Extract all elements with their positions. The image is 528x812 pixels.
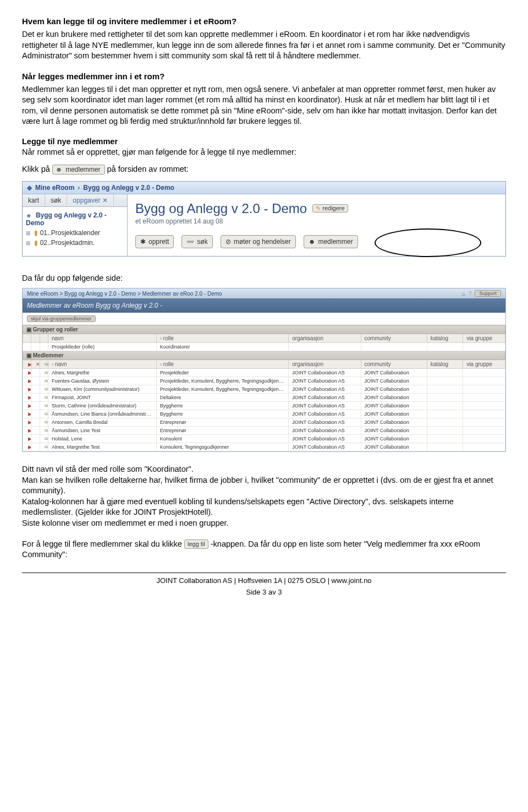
tree-node-2[interactable]: ⊞ ▮ 02..Prosjektadmin. [26,238,124,248]
flag-icon: ▶ [26,411,31,417]
member-row[interactable]: ▶✉Åsmundsen, Line TestEntreprenørJOINT C… [23,427,505,435]
member-org: JOINT Collaboration AS [289,394,361,402]
breadcrumb-home[interactable]: Mine eRoom [35,184,74,192]
tree-node-2-label: 02..Prosjektadmin. [40,239,95,247]
col-rolle[interactable]: rolle [156,360,289,369]
col-org[interactable]: organisasjon [289,360,361,369]
col-navn[interactable]: navn [48,360,156,369]
member-row[interactable]: ▶✉Storm, Cathrine (områdeadministrator)B… [23,402,505,410]
collapse-icon[interactable]: ▣ [26,352,31,358]
envelope-icon[interactable]: ✉ [43,395,48,400]
tab-oppgaver[interactable]: oppgaver✕ [67,194,114,206]
member-comm: JOINT Collaboration [361,394,427,402]
footer-line: JOINT Collaboration AS | Hoffsveien 1A |… [22,576,506,585]
member-role: Prosjektleder, Konsulent, Byggherre, Teg… [156,377,289,385]
legg-til-button[interactable]: legg til [184,539,208,549]
col-via[interactable]: via gruppe [463,360,505,369]
col-comm[interactable]: community [361,334,427,343]
heading-who-can-add: Hvem kan legge til og invitere medlemmer… [22,17,506,26]
member-name: Storm, Cathrine (områdeadministrator) [48,402,156,410]
member-org: JOINT Collaboration AS [289,402,361,410]
tree-root[interactable]: ☻ Bygg og Anlegg v 2.0 - Demo [26,210,124,228]
envelope-icon[interactable]: ✉ [43,386,48,392]
click-on-line: Klikk på medlemmer på forsiden av rommet… [22,165,506,175]
envelope-icon[interactable]: ✉ [43,411,48,417]
support-button[interactable]: Support [475,290,501,297]
section-header-groups: ▣ Grupper og roller [23,325,505,334]
tab-sok[interactable]: søk [45,194,67,206]
col-katalog[interactable]: katalog [427,334,463,343]
group-row-role: Koordinatorer [156,343,289,351]
col-katalog[interactable]: katalog [427,360,463,369]
people-icon: ☻ [26,212,32,219]
member-row[interactable]: ▶✉Alnes, Margrethe TestKonsulent, Tegnin… [23,443,505,451]
envelope-icon[interactable]: ✉ [43,444,48,450]
breadcrumb-room[interactable]: Bygg og Anlegg v 2.0 - Demo [83,184,174,192]
section-members-label: Medlemmer [33,352,64,358]
member-row[interactable]: ▶✉Wittusen, Kim (communityadministrator)… [23,385,505,394]
moter-button[interactable]: møter og hendelser [221,235,296,248]
member-org: JOINT Collaboration AS [289,443,361,451]
envelope-icon[interactable]: ✉ [43,419,48,425]
breadcrumb-icon: ◆ [27,184,32,192]
member-comm: JOINT Collaboration [361,443,427,451]
envelope-icon[interactable]: ✉ [43,436,48,442]
section-groups-label: Grupper og roller [33,326,78,333]
member-role: Byggherre [156,402,289,410]
envelope-icon[interactable]: ✉ [43,378,48,384]
member-name: Fuentes-Gauslaa, Øystein [48,377,156,385]
members-breadcrumb: Mine eRoom > Bygg og Anlegg v 2.0 - Demo… [23,288,505,298]
members-column-header: ▶ ✕ ✉ navn rolle organisasjon community … [23,360,505,369]
hide-group-members-button[interactable]: skjul via-gruppemedlemmer [27,315,96,322]
col-rolle[interactable]: rolle [156,334,289,343]
page-number: Side 3 av 3 [22,588,506,596]
member-row[interactable]: ▶✉Fuentes-Gauslaa, ØysteinProsjektleder,… [23,377,505,385]
envelope-icon[interactable]: ✉ [43,403,48,408]
group-row[interactable]: Prosjektleder (rolle) Koordinatorer [23,343,505,351]
hand-circle-annotation [375,228,481,257]
sok-button[interactable]: søk [182,235,212,248]
home-icon[interactable]: ⌂ [462,291,465,297]
member-row[interactable]: ▶✉Alnes, MargretheProsjektlederJOINT Col… [23,369,505,377]
expand-icon[interactable]: ⊞ [26,230,30,236]
members-breadcrumb-text[interactable]: Mine eRoom > Bygg og Anlegg v 2.0 - Demo… [27,291,222,297]
member-row[interactable]: ▶✉Holstad, LeneKonsulentJOINT Collaborat… [23,435,505,443]
collapse-icon[interactable]: ▣ [26,326,31,333]
member-row[interactable]: ▶✉Firmapost, JOINTDeltakereJOINT Collabo… [23,394,505,402]
member-row[interactable]: ▶✉Antonsen, Camilla BredalEntreprenørJOI… [23,418,505,427]
text-click-post: på forsiden av rommet: [107,165,189,173]
col-comm[interactable]: community [361,360,427,369]
medlemmer-button[interactable]: medlemmer [52,165,105,175]
col-navn[interactable]: navn [48,334,156,343]
member-role: Konsulent [156,435,289,443]
members-title: Medlemmer av eRoom Bygg og Anlegg v 2.0 … [23,298,505,313]
opprett-label: opprett [148,238,169,246]
redigere-button[interactable]: ✎ redigere [312,204,348,212]
medlemmer-button-label: medlemmer [65,166,100,173]
member-org: JOINT Collaboration AS [289,427,361,435]
pencil-icon: ✎ [316,205,321,211]
close-icon[interactable]: ✕ [102,197,108,204]
people-icon [309,238,316,246]
expand-icon[interactable]: ⊞ [26,240,30,246]
member-row[interactable]: ▶✉Åsmundsen, Line Bianca (områdeadminist… [23,410,505,418]
envelope-icon[interactable]: ✉ [43,370,48,375]
flag-icon: ▶ [26,428,31,433]
member-comm: JOINT Collaboration [361,418,427,427]
help-icon[interactable]: ? [469,291,472,297]
member-role: Prosjektleder [156,369,289,377]
chevron-right-icon: › [78,184,80,192]
col-org[interactable]: organisasjon [289,334,361,343]
opprett-button[interactable]: opprett [135,235,174,248]
col-via[interactable]: via gruppe [463,334,505,343]
member-role: Deltakere [156,394,289,402]
member-comm: JOINT Collaboration [361,385,427,394]
tree-node-1[interactable]: ⊞ ▮ 01..Prosjektkalender [26,228,124,238]
heading-when-added: Når legges medlemmer inn i et rom? [22,72,506,81]
envelope-icon[interactable]: ✉ [43,428,48,433]
tab-kart[interactable]: kart [23,194,45,206]
medlemmer-toolbar-button[interactable]: medlemmer [304,235,358,248]
member-role: Konsulent, Tegningsgodkjenner [156,443,289,451]
members-table: ▣ Grupper og roller navn rolle organisas… [23,325,505,451]
folder-icon: ▮ [34,239,38,247]
